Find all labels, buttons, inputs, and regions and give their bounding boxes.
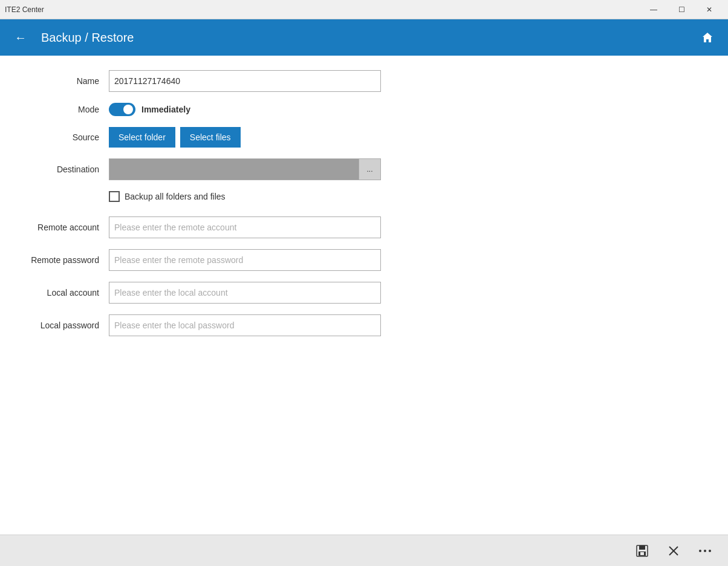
save-icon: [635, 544, 649, 558]
window-controls: — ☐ ✕: [640, 0, 723, 19]
remote-password-row: Remote password: [24, 249, 704, 271]
remote-password-label: Remote password: [24, 255, 109, 265]
remote-password-control: [109, 249, 381, 271]
svg-point-7: [704, 550, 706, 552]
source-label: Source: [24, 132, 109, 142]
destination-row: Destination ...: [24, 158, 704, 180]
mode-toggle[interactable]: [109, 103, 135, 116]
local-account-control: [109, 282, 381, 304]
remote-account-row: Remote account: [24, 216, 704, 238]
select-folder-button[interactable]: Select folder: [109, 127, 175, 148]
name-control: [109, 70, 381, 92]
local-account-row: Local account: [24, 282, 704, 304]
backup-all-checkbox-wrapper[interactable]: Backup all folders and files: [109, 191, 226, 202]
header-bar: ← Backup / Restore: [0, 19, 728, 56]
name-row: Name: [24, 70, 704, 92]
local-account-label: Local account: [24, 288, 109, 298]
remote-account-control: [109, 216, 381, 238]
save-button[interactable]: [629, 539, 655, 563]
svg-point-6: [699, 550, 701, 552]
select-files-button[interactable]: Select files: [180, 127, 241, 148]
window-title: ITE2 Center: [5, 5, 44, 14]
local-password-input[interactable]: [109, 314, 381, 336]
local-password-label: Local password: [24, 320, 109, 330]
svg-point-8: [709, 550, 711, 552]
home-button[interactable]: [697, 27, 718, 48]
local-password-row: Local password: [24, 314, 704, 336]
page-title: Backup / Restore: [41, 31, 687, 45]
local-password-control: [109, 314, 381, 336]
footer-bar: [0, 535, 728, 566]
close-icon: [668, 545, 679, 556]
source-row: Source Select folder Select files: [24, 127, 704, 148]
svg-rect-3: [640, 552, 644, 555]
title-bar: ITE2 Center — ☐ ✕: [0, 0, 728, 19]
toggle-thumb: [123, 105, 133, 114]
remote-account-input[interactable]: [109, 216, 381, 238]
window-close-button[interactable]: ✕: [695, 0, 723, 19]
back-button[interactable]: ←: [10, 27, 31, 48]
mode-row: Mode Immediately: [24, 103, 704, 116]
remote-password-input[interactable]: [109, 249, 381, 271]
mode-label: Mode: [24, 105, 109, 114]
destination-browse-button[interactable]: ...: [359, 158, 381, 180]
more-icon: [698, 548, 712, 553]
mode-value-label: Immediately: [141, 105, 190, 114]
home-icon: [701, 31, 713, 44]
backup-all-label: Backup all folders and files: [125, 192, 226, 201]
toggle-track: [109, 103, 135, 116]
backup-all-checkbox[interactable]: [109, 191, 120, 202]
local-account-input[interactable]: [109, 282, 381, 304]
backup-all-row: Backup all folders and files: [24, 191, 704, 202]
more-button[interactable]: [692, 539, 718, 563]
remote-account-label: Remote account: [24, 223, 109, 232]
main-content: Name Mode Immediately Source Select fold…: [0, 56, 728, 535]
maximize-button[interactable]: ☐: [668, 0, 695, 19]
destination-input[interactable]: [109, 158, 359, 180]
destination-label: Destination: [24, 164, 109, 174]
destination-input-wrapper: ...: [109, 158, 381, 180]
name-input[interactable]: [109, 70, 381, 92]
svg-rect-1: [639, 545, 645, 550]
minimize-button[interactable]: —: [640, 0, 668, 19]
close-button[interactable]: [660, 539, 687, 563]
name-label: Name: [24, 76, 109, 86]
